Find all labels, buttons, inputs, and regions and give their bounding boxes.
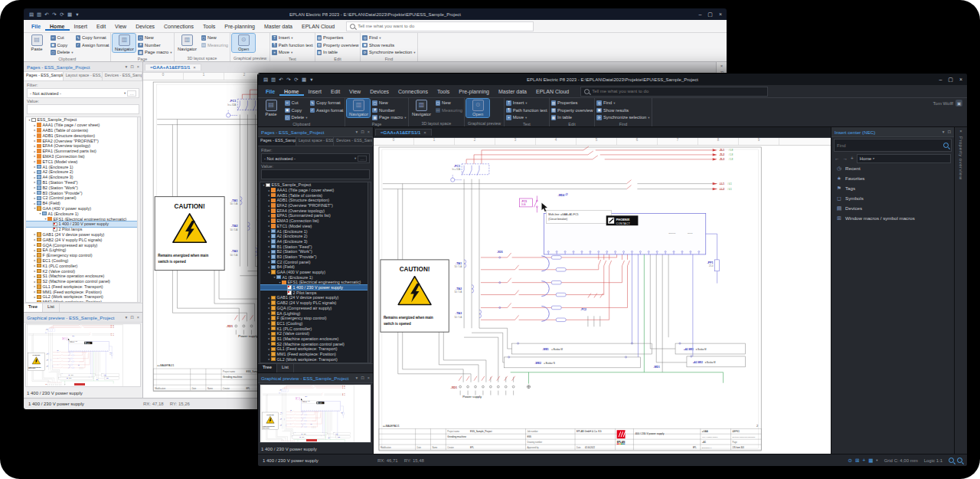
property-overview-button[interactable]: ▥Property overview bbox=[317, 42, 359, 49]
tree-item[interactable]: ▸EC1 (Cooling) bbox=[26, 258, 140, 264]
tree-item[interactable]: 1 400 / 230 V power supply bbox=[260, 285, 371, 290]
float-icon[interactable]: ⊡ bbox=[130, 64, 134, 69]
tree-item[interactable]: ▸S1 (Machine operation enclosure) bbox=[260, 336, 371, 342]
insert-item-symbols[interactable]: ◻Symbols bbox=[831, 193, 954, 203]
insert-button[interactable]: TInsert▾ bbox=[272, 34, 312, 41]
panel-tab[interactable]: Layout space - ESS_Sa... bbox=[64, 72, 103, 80]
breadcrumb[interactable]: Home▸ bbox=[857, 154, 951, 163]
pin-icon[interactable]: ▾ bbox=[125, 315, 127, 320]
preview-panel-header[interactable]: Graphical preview - ESS_Sample_Project▾⊡… bbox=[24, 313, 142, 323]
close-button[interactable]: × bbox=[959, 77, 962, 83]
measuring-button[interactable]: ▭Measuring bbox=[201, 42, 229, 49]
insert-center-find[interactable] bbox=[834, 139, 952, 152]
tab-file[interactable]: File bbox=[27, 22, 45, 31]
tree-item[interactable]: ▸GL2 (Work workpiece: Transport) bbox=[260, 356, 371, 362]
page-macro-button[interactable]: ▦Page macro▾ bbox=[372, 114, 406, 121]
pin-icon[interactable]: ▾ bbox=[125, 64, 127, 69]
tab-home[interactable]: Home bbox=[45, 22, 69, 31]
tab-devices[interactable]: Devices bbox=[131, 22, 159, 31]
tab-eplan-cloud[interactable]: EPLAN Cloud bbox=[297, 22, 339, 31]
document-tab[interactable]: =GAA+A1&EFS1/1× bbox=[145, 64, 201, 71]
tree-item[interactable]: ▾ESS_Sample_Project bbox=[260, 182, 371, 188]
tree-item[interactable]: ▾A1 (Enclosure 1) bbox=[26, 211, 140, 216]
expander-icon[interactable]: ▸ bbox=[267, 363, 271, 363]
pin-icon[interactable]: ▾ bbox=[355, 130, 358, 134]
minimize-button[interactable]: – bbox=[939, 77, 942, 83]
new-button[interactable]: ▢New bbox=[372, 100, 406, 107]
tell-me-search[interactable] bbox=[346, 21, 534, 31]
measuring-button[interactable]: ▭Measuring bbox=[436, 107, 463, 114]
synchronize-selection-button[interactable]: ⟳Synchronize selection▾ bbox=[596, 114, 649, 121]
tree-item[interactable]: ▸MM1 (Feed workpiece: Position) bbox=[26, 289, 140, 294]
tree-item[interactable]: ▸B4 (Field) bbox=[26, 201, 140, 206]
sync-icon[interactable]: ⟳ bbox=[293, 77, 299, 83]
insert-item-devices[interactable]: ▤Devices bbox=[831, 203, 954, 213]
insert-item-favorites[interactable]: ★Favorites bbox=[831, 173, 954, 183]
open-icon[interactable]: ▥ bbox=[36, 11, 42, 18]
tab-view[interactable]: View bbox=[110, 22, 131, 31]
copy-format-button[interactable]: ✎Copy format bbox=[76, 34, 109, 41]
tree-item[interactable]: ▸A2 (Enclosure 2) bbox=[26, 169, 140, 175]
float-icon[interactable]: ⊡ bbox=[361, 130, 364, 134]
tree-item[interactable]: ▸EC1 (Cooling) bbox=[260, 321, 371, 326]
tree-item[interactable]: ▸K2 (Valve control) bbox=[26, 268, 140, 274]
copy-format-button[interactable]: ✎Copy format bbox=[310, 100, 344, 107]
tree-item[interactable]: ▸B3 (Station "Provide") bbox=[260, 254, 371, 260]
user-chip[interactable]: Tom Wolff▣ bbox=[933, 100, 962, 107]
close-icon[interactable]: × bbox=[720, 64, 724, 68]
navigator-button[interactable]: ▥Navigator bbox=[176, 34, 199, 52]
tree-item[interactable]: ▸GAB1 (24 V device power supply) bbox=[260, 295, 371, 300]
close-icon[interactable]: × bbox=[137, 64, 139, 69]
tree-item[interactable]: ▸GL2 (Work workpiece: Transport) bbox=[26, 294, 140, 300]
maximize-button[interactable]: ▢ bbox=[948, 77, 953, 83]
tree-item[interactable]: ▸ADB1 (Structure description) bbox=[260, 198, 371, 203]
pages-panel-header[interactable]: Pages - ESS_Sample_Project▾⊡× bbox=[24, 62, 142, 72]
tree-item[interactable]: ▾EFS1 (Electrical engineering schematic) bbox=[260, 280, 371, 285]
more-icon[interactable]: ▾ bbox=[309, 77, 315, 83]
open-icon[interactable]: ▥ bbox=[270, 77, 276, 83]
value-input[interactable] bbox=[27, 104, 139, 114]
tree-item[interactable]: ▸C2 (Control panel) bbox=[26, 195, 140, 201]
pin-icon[interactable]: ▾ bbox=[355, 376, 358, 380]
close-icon[interactable]: × bbox=[959, 129, 962, 133]
panel-tab[interactable]: Devices - ESS_Sample_... bbox=[103, 72, 142, 80]
property-overview-button[interactable]: ▥Property overview bbox=[551, 107, 593, 114]
sync-icon[interactable]: ⟳ bbox=[59, 11, 65, 18]
tab-home[interactable]: Home bbox=[279, 87, 303, 96]
tree-item[interactable]: 1 400 / 230 V power supply bbox=[26, 221, 140, 227]
cut-button[interactable]: ✂Cut bbox=[51, 34, 74, 41]
zoom-in-icon[interactable] bbox=[957, 458, 962, 463]
add-icon[interactable]: + bbox=[851, 156, 854, 161]
minimize-button[interactable]: – bbox=[698, 11, 701, 18]
preview-canvas[interactable] bbox=[25, 323, 141, 387]
filter-more-button[interactable]: … bbox=[358, 156, 367, 162]
tab-pre-planning[interactable]: Pre-planning bbox=[454, 87, 494, 96]
tree-item[interactable]: ▸AAB1 (Table of contents) bbox=[26, 128, 140, 133]
tree-item[interactable]: 2 Pilot lamps bbox=[260, 290, 371, 295]
navigator-button[interactable]: ▥Navigator bbox=[410, 99, 433, 117]
tree-item[interactable]: ▸ETC1 (Model view) bbox=[260, 224, 371, 229]
tree-item[interactable]: ▸AAA1 (Title page / cover sheet) bbox=[26, 123, 140, 128]
tree-item[interactable]: ▸ADB1 (Structure description) bbox=[26, 133, 140, 138]
tab-insert[interactable]: Insert bbox=[304, 87, 327, 96]
view-icon[interactable]: ▦ bbox=[67, 11, 73, 18]
tree-item[interactable]: ▸F (Emergency stop control) bbox=[26, 253, 140, 258]
more-icon[interactable]: ▾ bbox=[74, 11, 80, 18]
tab-tree[interactable]: Tree bbox=[258, 364, 277, 372]
document-tab[interactable]: =GAA+A1&EFS1/1× bbox=[375, 129, 432, 136]
tree-item[interactable]: ▸A1 (Enclosure 1) bbox=[26, 164, 140, 169]
close-button[interactable]: × bbox=[719, 11, 722, 18]
tab-connections[interactable]: Connections bbox=[394, 87, 433, 96]
in-table-button[interactable]: ▦In table bbox=[551, 114, 593, 121]
tab-insert[interactable]: Insert bbox=[70, 22, 93, 31]
in-table-button[interactable]: ▦In table bbox=[317, 49, 359, 56]
undo-icon[interactable]: ↶ bbox=[44, 11, 50, 18]
tab-master-data[interactable]: Master data bbox=[260, 22, 297, 31]
path-function-text-button[interactable]: ¶Path function text bbox=[506, 107, 547, 114]
tab-list[interactable]: List bbox=[43, 303, 60, 312]
filter-combo[interactable]: - Not activated -▾… bbox=[261, 153, 370, 163]
properties-button[interactable]: ▤Properties bbox=[317, 34, 359, 41]
tree-item[interactable]: ▸EFA4 (Overview topology) bbox=[260, 208, 371, 213]
tree-item[interactable]: ▸C2 (Control panel) bbox=[260, 259, 371, 264]
tree-item[interactable]: ▸S2 (Machine operation control panel) bbox=[260, 341, 371, 346]
